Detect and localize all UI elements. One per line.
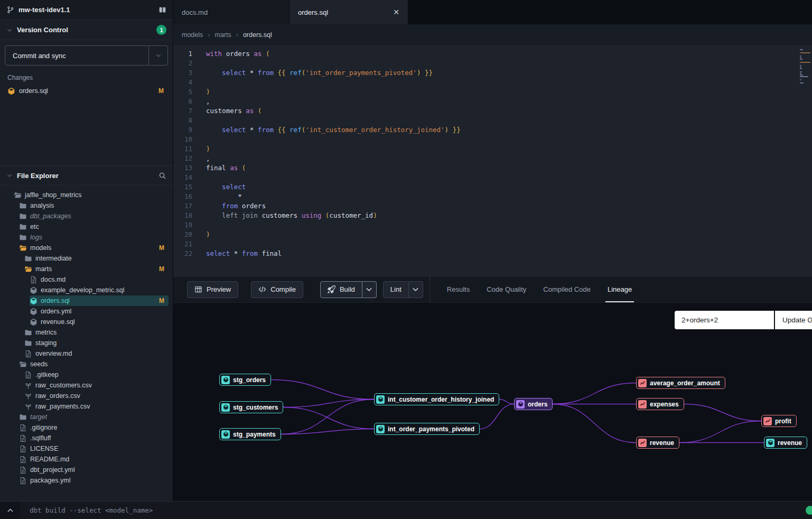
code-line[interactable]: 17 from orders: [173, 201, 812, 211]
close-icon[interactable]: ✕: [393, 8, 399, 16]
code-icon: [258, 285, 266, 293]
tab-docs-md[interactable]: docs.md: [173, 0, 290, 24]
lint-dropdown-button[interactable]: [409, 281, 423, 298]
tree-item-dbt_project.yml[interactable]: dbt_project.yml: [19, 465, 169, 475]
tree-item-marts[interactable]: martsM: [24, 264, 169, 274]
minimap[interactable]: [800, 49, 810, 84]
code-line[interactable]: 1with orders as (: [173, 49, 812, 59]
lineage-node-revenue[interactable]: revenue: [636, 437, 679, 449]
preview-button[interactable]: Preview: [187, 281, 238, 298]
lineage-node-label: revenue: [778, 439, 802, 447]
version-control-header[interactable]: Version Control 1: [0, 20, 173, 40]
tree-item-.gitignore[interactable]: .gitignore: [19, 422, 169, 433]
tree-item-orders.yml[interactable]: orders.yml: [30, 306, 169, 317]
code-line[interactable]: 14: [173, 173, 812, 182]
tab-orders-sql[interactable]: orders.sql ✕: [290, 0, 408, 24]
tree-item-metrics[interactable]: metrics: [24, 327, 169, 338]
changed-file-row[interactable]: orders.sql M: [4, 85, 168, 97]
tab-compiled-code[interactable]: Compiled Code: [535, 276, 599, 302]
tree-item-label: metrics: [35, 329, 57, 336]
build-button[interactable]: Build: [320, 281, 362, 298]
tree-item-models[interactable]: modelsM: [19, 243, 169, 253]
tab-code-quality[interactable]: Code Quality: [478, 276, 535, 302]
code-line[interactable]: 13final as (: [173, 163, 812, 173]
tree-item-jaffle_shop_metrics[interactable]: jaffle_shop_metrics: [14, 190, 169, 200]
code-line[interactable]: 2: [173, 59, 812, 68]
code-line[interactable]: 5): [173, 87, 812, 97]
lineage-node-average_order_amount[interactable]: average_order_amount: [636, 377, 725, 389]
tree-item-raw_payments.csv[interactable]: raw_payments.csv: [24, 401, 169, 412]
tree-item-raw_customers.csv[interactable]: raw_customers.csv: [24, 380, 169, 391]
update-graph-button[interactable]: Update G: [775, 311, 812, 329]
tree-item-.gitkeep[interactable]: .gitkeep: [24, 369, 169, 380]
tree-item-logs[interactable]: logs: [19, 232, 169, 243]
code-line[interactable]: 21: [173, 239, 812, 249]
tree-item-seeds[interactable]: seeds: [19, 359, 169, 369]
folder-icon: [19, 212, 27, 220]
code-line[interactable]: 20): [173, 230, 812, 239]
tab-lineage[interactable]: Lineage: [599, 276, 640, 302]
lineage-node-int_order_payments_pivoted[interactable]: int_order_payments_pivoted: [374, 423, 480, 435]
tree-item-intermediate[interactable]: intermediate: [24, 253, 169, 264]
code-line[interactable]: 3 select * from {{ ref('int_order_paymen…: [173, 68, 812, 78]
code-line[interactable]: 15 select: [173, 182, 812, 192]
lineage-selector-input[interactable]: [675, 311, 774, 329]
tree-item-LICENSE[interactable]: LICENSE: [19, 443, 169, 454]
file-explorer-header[interactable]: File Explorer: [0, 165, 173, 186]
code-line[interactable]: 16 *: [173, 192, 812, 201]
tree-item-target[interactable]: target: [19, 412, 169, 422]
code-line[interactable]: 4: [173, 78, 812, 87]
tree-item-packages.yml[interactable]: packages.yml: [19, 475, 169, 486]
lineage-node-expenses[interactable]: expenses: [636, 398, 684, 410]
command-bar-toggle[interactable]: [0, 502, 20, 519]
tree-item-README.md[interactable]: README.md: [19, 454, 169, 465]
breadcrumb-item-marts[interactable]: marts: [214, 31, 231, 39]
tree-item-etc[interactable]: etc: [19, 221, 169, 232]
code-line[interactable]: 7customers as (: [173, 106, 812, 116]
code-line[interactable]: 8: [173, 116, 812, 125]
file-tree: jaffle_shop_metricsanalysisdbt_packagese…: [0, 186, 173, 501]
code-line[interactable]: 12,: [173, 154, 812, 163]
tree-item-revenue.sql[interactable]: revenue.sql: [30, 317, 169, 327]
tree-item-.sqlfluff[interactable]: .sqlfluff: [19, 433, 169, 443]
tree-item-example_develop_metric.sql[interactable]: example_develop_metric.sql: [30, 285, 169, 295]
layout-columns-icon[interactable]: [158, 6, 166, 14]
metric-chart-icon: [638, 379, 647, 387]
code-line[interactable]: 18 left join customers using (customer_i…: [173, 211, 812, 220]
tree-item-orders.sql[interactable]: orders.sqlM: [30, 295, 169, 306]
model-icon: [30, 286, 38, 294]
commit-sync-button[interactable]: Commit and sync: [5, 45, 168, 66]
build-dropdown-button[interactable]: [362, 281, 377, 298]
tab-results[interactable]: Results: [438, 276, 478, 302]
lineage-node-stg_orders[interactable]: stg_orders: [219, 374, 271, 386]
commit-dropdown-button[interactable]: [148, 46, 167, 65]
breadcrumb-item-orders-sql[interactable]: orders.sql: [243, 31, 272, 39]
lineage-node-int_customer_order_history_joined[interactable]: int_customer_order_history_joined: [374, 393, 499, 405]
command-input[interactable]: dbt build --select <model_name>: [20, 506, 812, 514]
lineage-node-revenue[interactable]: revenue: [764, 437, 807, 449]
line-number: 10: [173, 135, 192, 144]
code-line[interactable]: 11): [173, 144, 812, 154]
search-icon[interactable]: [158, 172, 166, 180]
code-editor[interactable]: 1with orders as (23 select * from {{ ref…: [173, 45, 812, 276]
code-line[interactable]: 6,: [173, 97, 812, 106]
code-line[interactable]: 10: [173, 135, 812, 144]
breadcrumb-item-models[interactable]: models: [182, 31, 203, 39]
tree-item-docs.md[interactable]: docs.md: [30, 274, 169, 285]
tree-item-raw_orders.csv[interactable]: raw_orders.csv: [24, 391, 169, 401]
tree-item-analysis[interactable]: analysis: [19, 200, 169, 211]
lint-button[interactable]: Lint: [383, 281, 409, 298]
code-line[interactable]: 19: [173, 220, 812, 230]
lineage-node-stg_customers[interactable]: stg_customers: [219, 401, 283, 413]
compile-button[interactable]: Compile: [251, 281, 303, 298]
code-line[interactable]: 22select * from final: [173, 249, 812, 258]
lineage-node-profit[interactable]: profit: [761, 415, 797, 427]
tree-item-overview.md[interactable]: overview.md: [24, 348, 169, 359]
lineage-node-orders[interactable]: orders: [514, 398, 553, 410]
lineage-node-stg_payments[interactable]: stg_payments: [219, 428, 281, 440]
code-line[interactable]: 9 select * from {{ ref('int_customer_ord…: [173, 125, 812, 135]
tree-item-label: seeds: [30, 360, 48, 368]
line-number: 5: [173, 87, 192, 97]
tree-item-dbt_packages[interactable]: dbt_packages: [19, 211, 169, 221]
tree-item-staging[interactable]: staging: [24, 338, 169, 348]
